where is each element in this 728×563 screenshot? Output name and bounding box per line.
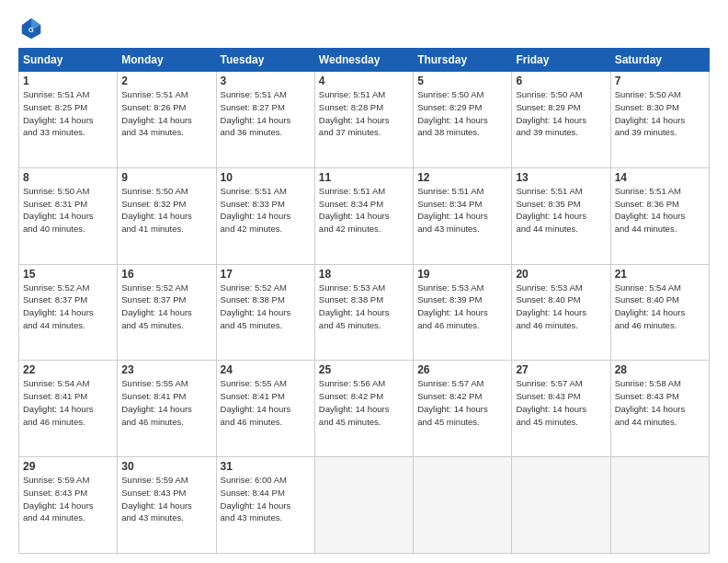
day-number: 31 xyxy=(221,460,311,473)
day-number: 1 xyxy=(23,75,113,87)
header-day-wednesday: Wednesday xyxy=(314,49,413,72)
day-number: 17 xyxy=(221,268,311,281)
calendar-cell: 7Sunrise: 5:50 AM Sunset: 8:30 PM Daylig… xyxy=(610,72,709,168)
day-number: 23 xyxy=(121,363,211,376)
day-number: 19 xyxy=(417,268,507,281)
day-number: 12 xyxy=(417,171,507,184)
day-number: 16 xyxy=(121,268,211,281)
calendar-cell: 11Sunrise: 5:51 AM Sunset: 8:34 PM Dayli… xyxy=(314,167,413,264)
header-day-monday: Monday xyxy=(118,49,216,72)
calendar-cell xyxy=(512,457,610,554)
calendar-cell: 13Sunrise: 5:51 AM Sunset: 8:35 PM Dayli… xyxy=(512,167,610,264)
header-day-saturday: Saturday xyxy=(610,49,709,72)
calendar-cell: 23Sunrise: 5:55 AM Sunset: 8:41 PM Dayli… xyxy=(118,361,216,457)
day-number: 25 xyxy=(319,363,409,376)
day-number: 18 xyxy=(319,268,409,281)
calendar-cell: 5Sunrise: 5:50 AM Sunset: 8:29 PM Daylig… xyxy=(414,72,512,168)
calendar-cell: 6Sunrise: 5:50 AM Sunset: 8:29 PM Daylig… xyxy=(512,72,610,168)
day-number: 27 xyxy=(516,363,606,376)
calendar-cell xyxy=(414,457,512,554)
day-info: Sunrise: 5:51 AM Sunset: 8:28 PM Dayligh… xyxy=(319,88,409,139)
calendar-body: 1Sunrise: 5:51 AM Sunset: 8:25 PM Daylig… xyxy=(19,72,710,554)
day-number: 9 xyxy=(121,171,211,184)
day-number: 10 xyxy=(221,171,311,184)
calendar-cell: 4Sunrise: 5:51 AM Sunset: 8:28 PM Daylig… xyxy=(314,72,413,168)
logo: G xyxy=(18,15,48,40)
day-number: 4 xyxy=(319,75,409,87)
day-info: Sunrise: 5:53 AM Sunset: 8:39 PM Dayligh… xyxy=(417,282,507,332)
calendar-cell: 22Sunrise: 5:54 AM Sunset: 8:41 PM Dayli… xyxy=(19,361,118,457)
day-info: Sunrise: 5:59 AM Sunset: 8:43 PM Dayligh… xyxy=(121,474,211,524)
day-info: Sunrise: 5:57 AM Sunset: 8:42 PM Dayligh… xyxy=(417,377,507,428)
calendar-cell: 18Sunrise: 5:53 AM Sunset: 8:38 PM Dayli… xyxy=(314,264,413,361)
calendar-cell: 3Sunrise: 5:51 AM Sunset: 8:27 PM Daylig… xyxy=(216,72,314,168)
calendar-cell xyxy=(314,457,413,554)
calendar-cell: 10Sunrise: 5:51 AM Sunset: 8:33 PM Dayli… xyxy=(216,167,314,264)
calendar-cell: 14Sunrise: 5:51 AM Sunset: 8:36 PM Dayli… xyxy=(610,167,709,264)
calendar-cell: 25Sunrise: 5:56 AM Sunset: 8:42 PM Dayli… xyxy=(314,361,413,457)
header-day-thursday: Thursday xyxy=(414,49,512,72)
day-info: Sunrise: 5:51 AM Sunset: 8:34 PM Dayligh… xyxy=(319,185,409,236)
day-info: Sunrise: 5:50 AM Sunset: 8:29 PM Dayligh… xyxy=(417,88,507,139)
day-number: 2 xyxy=(121,75,211,87)
day-info: Sunrise: 5:52 AM Sunset: 8:37 PM Dayligh… xyxy=(121,282,211,332)
calendar-cell: 29Sunrise: 5:59 AM Sunset: 8:43 PM Dayli… xyxy=(19,457,118,554)
day-info: Sunrise: 5:55 AM Sunset: 8:41 PM Dayligh… xyxy=(121,377,211,428)
calendar-cell: 15Sunrise: 5:52 AM Sunset: 8:37 PM Dayli… xyxy=(19,264,118,361)
day-info: Sunrise: 5:52 AM Sunset: 8:38 PM Dayligh… xyxy=(221,282,311,332)
calendar-header: SundayMondayTuesdayWednesdayThursdayFrid… xyxy=(19,49,710,72)
calendar-cell: 9Sunrise: 5:50 AM Sunset: 8:32 PM Daylig… xyxy=(118,167,216,264)
day-info: Sunrise: 5:51 AM Sunset: 8:35 PM Dayligh… xyxy=(516,185,606,236)
calendar-cell: 1Sunrise: 5:51 AM Sunset: 8:25 PM Daylig… xyxy=(19,72,118,168)
week-row-3: 15Sunrise: 5:52 AM Sunset: 8:37 PM Dayli… xyxy=(19,264,710,361)
day-info: Sunrise: 5:50 AM Sunset: 8:29 PM Dayligh… xyxy=(516,88,606,139)
calendar-cell: 17Sunrise: 5:52 AM Sunset: 8:38 PM Dayli… xyxy=(216,264,314,361)
day-info: Sunrise: 5:50 AM Sunset: 8:32 PM Dayligh… xyxy=(121,185,211,236)
calendar-table: SundayMondayTuesdayWednesdayThursdayFrid… xyxy=(18,48,710,554)
calendar-cell: 19Sunrise: 5:53 AM Sunset: 8:39 PM Dayli… xyxy=(414,264,512,361)
day-info: Sunrise: 5:51 AM Sunset: 8:27 PM Dayligh… xyxy=(221,88,311,139)
day-number: 8 xyxy=(23,171,113,184)
header: G xyxy=(18,15,710,40)
day-number: 26 xyxy=(417,363,507,376)
day-info: Sunrise: 5:50 AM Sunset: 8:31 PM Dayligh… xyxy=(23,185,113,236)
day-number: 29 xyxy=(23,460,113,473)
header-day-friday: Friday xyxy=(512,49,610,72)
day-info: Sunrise: 5:56 AM Sunset: 8:42 PM Dayligh… xyxy=(319,377,409,428)
calendar-cell xyxy=(610,457,709,554)
week-row-1: 1Sunrise: 5:51 AM Sunset: 8:25 PM Daylig… xyxy=(19,72,710,168)
day-info: Sunrise: 5:50 AM Sunset: 8:30 PM Dayligh… xyxy=(615,88,705,139)
calendar-cell: 31Sunrise: 6:00 AM Sunset: 8:44 PM Dayli… xyxy=(216,457,314,554)
page: G SundayMondayTuesdayWednesdayThursdayFr… xyxy=(0,0,728,563)
day-number: 6 xyxy=(516,75,606,87)
day-info: Sunrise: 5:51 AM Sunset: 8:34 PM Dayligh… xyxy=(417,185,507,236)
day-number: 11 xyxy=(319,171,409,184)
calendar-cell: 2Sunrise: 5:51 AM Sunset: 8:26 PM Daylig… xyxy=(118,72,216,168)
day-info: Sunrise: 5:55 AM Sunset: 8:41 PM Dayligh… xyxy=(221,377,311,428)
day-info: Sunrise: 5:53 AM Sunset: 8:38 PM Dayligh… xyxy=(319,282,409,332)
calendar-cell: 16Sunrise: 5:52 AM Sunset: 8:37 PM Dayli… xyxy=(118,264,216,361)
day-info: Sunrise: 5:53 AM Sunset: 8:40 PM Dayligh… xyxy=(516,282,606,332)
day-number: 7 xyxy=(615,75,705,87)
day-number: 22 xyxy=(23,363,113,376)
calendar-cell: 12Sunrise: 5:51 AM Sunset: 8:34 PM Dayli… xyxy=(414,167,512,264)
calendar-cell: 20Sunrise: 5:53 AM Sunset: 8:40 PM Dayli… xyxy=(512,264,610,361)
week-row-2: 8Sunrise: 5:50 AM Sunset: 8:31 PM Daylig… xyxy=(19,167,710,264)
calendar-cell: 30Sunrise: 5:59 AM Sunset: 8:43 PM Dayli… xyxy=(118,457,216,554)
header-day-tuesday: Tuesday xyxy=(216,49,314,72)
calendar-cell: 8Sunrise: 5:50 AM Sunset: 8:31 PM Daylig… xyxy=(19,167,118,264)
calendar-cell: 26Sunrise: 5:57 AM Sunset: 8:42 PM Dayli… xyxy=(414,361,512,457)
day-number: 3 xyxy=(221,75,311,87)
day-info: Sunrise: 5:57 AM Sunset: 8:43 PM Dayligh… xyxy=(516,377,606,428)
week-row-5: 29Sunrise: 5:59 AM Sunset: 8:43 PM Dayli… xyxy=(19,457,710,554)
header-row: SundayMondayTuesdayWednesdayThursdayFrid… xyxy=(19,49,710,72)
day-info: Sunrise: 6:00 AM Sunset: 8:44 PM Dayligh… xyxy=(221,474,311,524)
day-number: 28 xyxy=(615,363,705,376)
day-number: 30 xyxy=(121,460,211,473)
day-number: 20 xyxy=(516,268,606,281)
day-info: Sunrise: 5:51 AM Sunset: 8:26 PM Dayligh… xyxy=(121,88,211,139)
svg-text:G: G xyxy=(28,26,34,34)
calendar-cell: 27Sunrise: 5:57 AM Sunset: 8:43 PM Dayli… xyxy=(512,361,610,457)
day-info: Sunrise: 5:51 AM Sunset: 8:25 PM Dayligh… xyxy=(23,88,113,139)
day-number: 14 xyxy=(615,171,705,184)
